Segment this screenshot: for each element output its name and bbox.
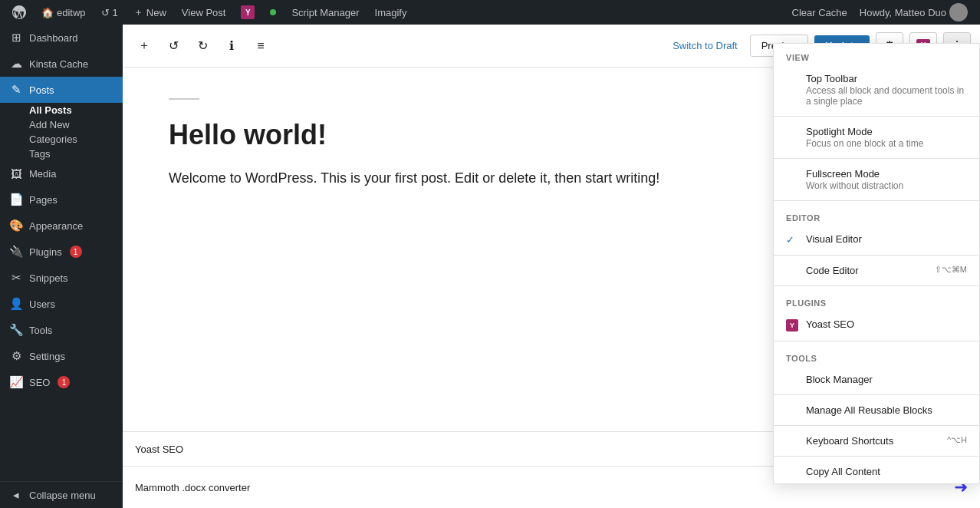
divider-4: [774, 255, 979, 256]
clear-cache-item[interactable]: Clear Cache: [786, 7, 853, 18]
view-post-item[interactable]: View Post: [176, 0, 232, 25]
sidebar-item-media[interactable]: 🖼 Media: [0, 161, 123, 186]
mammoth-label: Mammoth .docx converter: [135, 482, 250, 493]
collapse-label: Collapse menu: [29, 490, 96, 501]
sidebar-item-label: Settings: [29, 351, 65, 362]
yoast-seo-dropdown-item[interactable]: Y Yoast SEO: [774, 312, 979, 338]
howdy-item[interactable]: Howdy, Matteo Duo: [853, 3, 974, 21]
sidebar-subitem-all-posts[interactable]: All Posts: [0, 103, 123, 117]
settings-icon: ⚙: [9, 349, 23, 363]
sidebar: ⊞ Dashboard ☁ Kinsta Cache ✎ Posts All P…: [0, 25, 123, 508]
online-dot-item: [264, 0, 282, 25]
visual-editor-content: Visual Editor: [806, 233, 967, 245]
sidebar-item-label: Posts: [29, 84, 54, 96]
main-layout: ⊞ Dashboard ☁ Kinsta Cache ✎ Posts All P…: [0, 25, 980, 508]
code-editor-title: Code Editor: [806, 265, 929, 276]
copy-all-content-item[interactable]: Copy All Content: [774, 460, 979, 483]
media-icon: 🖼: [9, 167, 23, 180]
sidebar-item-pages[interactable]: 📄 Pages: [0, 186, 123, 213]
divider-5: [774, 285, 979, 286]
sidebar-item-seo[interactable]: 📈 SEO 1: [0, 369, 123, 395]
add-block-button[interactable]: ＋: [132, 34, 156, 58]
fullscreen-desc: Work without distraction: [806, 180, 967, 191]
sidebar-item-label: Users: [29, 299, 55, 310]
spotlight-desc: Focus on one block at a time: [806, 138, 967, 149]
sidebar-item-label: Snippets: [29, 272, 68, 284]
sidebar-item-label: Pages: [29, 194, 58, 206]
block-manager-check: [786, 374, 800, 374]
appearance-icon: 🎨: [9, 219, 23, 233]
spotlight-check: [786, 126, 800, 127]
sidebar-item-appearance[interactable]: 🎨 Appearance: [0, 213, 123, 239]
imagify-item[interactable]: Imagify: [369, 0, 413, 25]
keyboard-shortcuts-item[interactable]: Keyboard Shortcuts ^⌥H: [774, 429, 979, 453]
copy-all-content: Copy All Content: [806, 466, 967, 477]
wp-logo-item[interactable]: [6, 0, 32, 25]
visual-editor-item[interactable]: ✓ Visual Editor: [774, 227, 979, 252]
fullscreen-mode-item[interactable]: Fullscreen Mode Work without distraction: [774, 162, 979, 197]
redo-button[interactable]: ↻: [190, 34, 215, 58]
code-editor-check: [786, 265, 800, 266]
top-toolbar-title: Top Toolbar: [806, 73, 967, 84]
divider-1: [774, 116, 979, 117]
copy-all-title: Copy All Content: [806, 466, 967, 477]
sidebar-item-label: Media: [29, 168, 56, 180]
plugins-section-label: Plugins: [774, 289, 979, 312]
sidebar-item-posts[interactable]: ✎ Posts: [0, 77, 123, 103]
sidebar-item-plugins[interactable]: 🔌 Plugins 1: [0, 239, 123, 265]
yoast-seo-check: Y: [786, 318, 800, 332]
list-view-button[interactable]: ≡: [248, 34, 273, 58]
dashboard-icon: ⊞: [9, 31, 23, 45]
updates-item[interactable]: ↺ 1: [95, 0, 124, 25]
switch-to-draft-button[interactable]: Switch to Draft: [666, 35, 744, 56]
sidebar-item-label: Dashboard: [29, 32, 78, 44]
yoast-seo-content: Yoast SEO: [806, 318, 967, 330]
home-icon: 🏠: [41, 7, 54, 18]
top-toolbar-item[interactable]: Top Toolbar Access all block and documen…: [774, 67, 979, 113]
seo-badge: 1: [58, 376, 70, 388]
yoast-item[interactable]: Y: [235, 0, 261, 25]
seo-icon: 📈: [9, 375, 23, 389]
block-manager-item[interactable]: Block Manager: [774, 368, 979, 391]
fullscreen-check: [786, 168, 800, 169]
divider-9: [774, 456, 979, 457]
sidebar-item-label: Tools: [29, 325, 52, 336]
sidebar-item-kinsta-cache[interactable]: ☁ Kinsta Cache: [0, 51, 123, 77]
spotlight-mode-item[interactable]: Spotlight Mode Focus on one block at a t…: [774, 120, 979, 155]
avatar: [949, 3, 968, 21]
sidebar-item-settings[interactable]: ⚙ Settings: [0, 343, 123, 369]
online-indicator: [270, 9, 276, 15]
snippets-icon: ✂: [9, 271, 23, 285]
view-section-label: View: [774, 44, 979, 67]
visual-editor-check: ✓: [786, 233, 800, 246]
manage-reusable-item[interactable]: Manage All Reusable Blocks: [774, 398, 979, 422]
undo-button[interactable]: ↺: [161, 34, 186, 58]
imagify-label: Imagify: [375, 7, 407, 18]
users-icon: 👤: [9, 297, 23, 311]
site-name-item[interactable]: 🏠 editwp: [35, 0, 92, 25]
collapse-menu-item[interactable]: ◂ Collapse menu: [0, 481, 123, 508]
editor-section-label: Editor: [774, 204, 979, 227]
manage-reusable-content: Manage All Reusable Blocks: [806, 404, 967, 416]
sidebar-subitem-add-new[interactable]: Add New: [0, 117, 123, 132]
collapse-icon: ◂: [9, 488, 23, 502]
kinsta-icon: ☁: [9, 57, 23, 71]
info-button[interactable]: ℹ: [219, 34, 244, 58]
sidebar-item-label: Appearance: [29, 220, 83, 232]
code-editor-item[interactable]: Code Editor ⇧⌥⌘M: [774, 259, 979, 282]
sidebar-subitem-tags[interactable]: Tags: [0, 147, 123, 161]
script-manager-item[interactable]: Script Manager: [285, 0, 365, 25]
updates-count: 1: [113, 7, 118, 18]
sidebar-item-snippets[interactable]: ✂ Snippets: [0, 265, 123, 291]
admin-bar-right: Clear Cache Howdy, Matteo Duo: [786, 3, 974, 21]
new-item[interactable]: ＋ New: [127, 0, 173, 25]
sidebar-item-dashboard[interactable]: ⊞ Dashboard: [0, 25, 123, 51]
sidebar-subitem-categories[interactable]: Categories: [0, 132, 123, 147]
divider-3: [774, 200, 979, 201]
keyboard-shortcuts-check: [786, 435, 800, 436]
sidebar-item-label: SEO: [29, 377, 50, 388]
sidebar-item-tools[interactable]: 🔧 Tools: [0, 317, 123, 343]
visual-editor-title: Visual Editor: [806, 233, 967, 245]
howdy-label: Howdy, Matteo Duo: [860, 7, 946, 18]
sidebar-item-users[interactable]: 👤 Users: [0, 291, 123, 317]
